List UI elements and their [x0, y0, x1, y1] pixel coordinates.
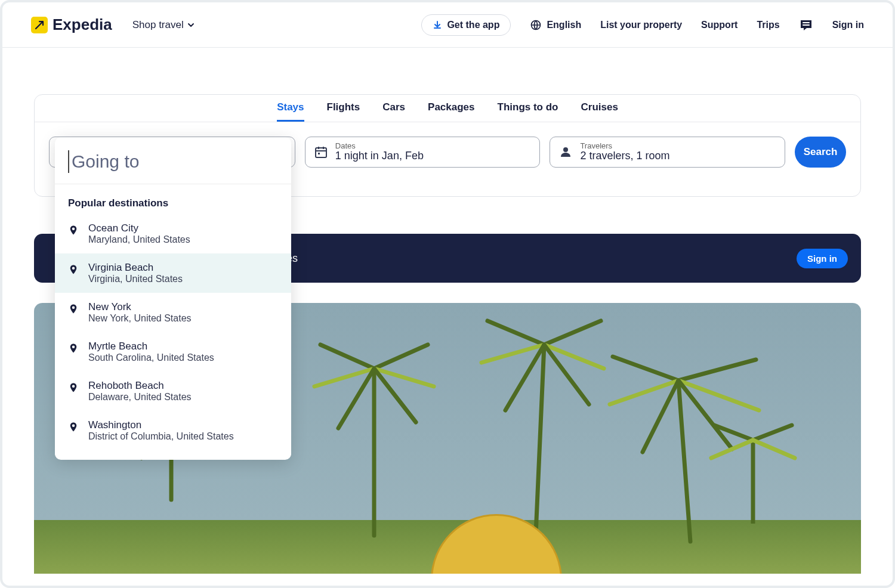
globe-icon	[530, 19, 542, 31]
list-property-link[interactable]: List your property	[600, 20, 682, 30]
person-icon	[558, 145, 573, 159]
tab-cruises[interactable]: Cruises	[581, 95, 618, 122]
svg-rect-2	[318, 153, 320, 154]
chat-icon	[799, 18, 813, 32]
svg-line-27	[678, 360, 756, 380]
svg-point-39	[72, 307, 75, 310]
shop-travel-label: Shop travel	[132, 19, 184, 31]
destination-region: Virginia, United States	[88, 274, 183, 284]
destination-region: Delaware, United States	[88, 392, 192, 403]
destination-option[interactable]: Rehoboth Beach Delaware, United States	[55, 372, 291, 411]
chevron-down-icon	[187, 21, 195, 29]
get-app-label: Get the app	[447, 20, 499, 30]
expedia-plane-icon	[31, 17, 48, 33]
svg-line-33	[714, 425, 753, 440]
svg-line-34	[753, 425, 792, 440]
svg-line-19	[487, 321, 544, 345]
get-the-app-button[interactable]: Get the app	[421, 14, 511, 36]
svg-point-37	[72, 228, 75, 231]
trips-link[interactable]: Trips	[757, 20, 779, 30]
destination-option[interactable]: Myrtle Beach South Carolina, United Stat…	[55, 332, 291, 372]
svg-point-40	[72, 346, 75, 349]
expedia-logo[interactable]: Expedia	[31, 16, 112, 34]
dates-field[interactable]: Dates 1 night in Jan, Feb	[305, 137, 541, 168]
destination-name: Rehoboth Beach	[88, 380, 192, 392]
svg-point-42	[72, 425, 75, 428]
destination-name: Virginia Beach	[88, 262, 183, 274]
destination-region: Maryland, United States	[88, 234, 190, 245]
palm-tree-icon	[476, 309, 607, 547]
tab-flights[interactable]: Flights	[327, 95, 360, 122]
search-button[interactable]: Search	[795, 137, 846, 168]
destination-name: New York	[88, 301, 192, 313]
banner-sign-in-button[interactable]: Sign in	[797, 249, 848, 268]
tab-stays[interactable]: Stays	[277, 95, 304, 122]
destination-region: South Carolina, United States	[88, 352, 214, 363]
destination-name: Ocean City	[88, 222, 190, 234]
sign-in-link[interactable]: Sign in	[832, 20, 864, 30]
destination-dropdown: Popular destinations Ocean City Maryland…	[55, 137, 291, 460]
destination-option[interactable]: Washington District of Columbia, United …	[55, 411, 291, 450]
brand-name: Expedia	[53, 16, 112, 34]
popular-destinations-heading: Popular destinations	[55, 184, 291, 214]
svg-line-36	[753, 440, 795, 458]
going-to-input[interactable]	[68, 150, 278, 173]
svg-line-35	[711, 440, 753, 458]
shop-travel-menu[interactable]: Shop travel	[132, 19, 195, 31]
product-tabs: StaysFlightsCarsPackagesThings to doCrui…	[35, 95, 860, 122]
svg-point-3	[563, 147, 568, 152]
destination-option[interactable]: Virginia Beach Virginia, United States	[55, 253, 291, 293]
travelers-value: 2 travelers, 1 room	[580, 150, 669, 162]
tab-things-to-do[interactable]: Things to do	[498, 95, 558, 122]
destination-option[interactable]: New York New York, United States	[55, 293, 291, 332]
download-icon	[433, 20, 442, 30]
language-label: English	[547, 20, 581, 30]
pin-icon	[68, 263, 79, 276]
pin-icon	[68, 420, 79, 434]
svg-line-25	[678, 380, 690, 541]
svg-point-41	[72, 385, 75, 388]
svg-line-12	[320, 345, 374, 369]
svg-line-18	[535, 345, 544, 547]
svg-line-26	[613, 357, 678, 380]
dates-label: Dates	[335, 142, 424, 150]
tab-packages[interactable]: Packages	[428, 95, 474, 122]
site-header: Expedia Shop travel Get the app English …	[2, 2, 893, 48]
palm-tree-icon	[708, 416, 798, 524]
pin-icon	[68, 342, 79, 355]
tab-cars[interactable]: Cars	[382, 95, 405, 122]
language-selector[interactable]: English	[530, 19, 581, 31]
svg-rect-1	[316, 148, 326, 157]
travelers-label: Travelers	[580, 142, 669, 150]
support-link[interactable]: Support	[701, 20, 737, 30]
svg-line-20	[544, 321, 601, 345]
destination-region: New York, United States	[88, 313, 192, 324]
palm-tree-icon	[308, 339, 440, 541]
svg-line-13	[374, 345, 428, 369]
travelers-field[interactable]: Travelers 2 travelers, 1 room	[550, 137, 785, 168]
destination-name: Myrtle Beach	[88, 341, 214, 352]
pin-icon	[68, 302, 79, 315]
pin-icon	[68, 381, 79, 394]
calendar-icon	[314, 145, 328, 159]
destination-option[interactable]: Ocean City Maryland, United States	[55, 214, 291, 253]
pin-icon	[68, 224, 79, 237]
dates-value: 1 night in Jan, Feb	[335, 150, 424, 162]
destination-name: Washington	[88, 419, 234, 431]
svg-point-38	[72, 267, 75, 270]
chat-button[interactable]	[799, 18, 813, 32]
destination-region: District of Columbia, United States	[88, 431, 234, 442]
